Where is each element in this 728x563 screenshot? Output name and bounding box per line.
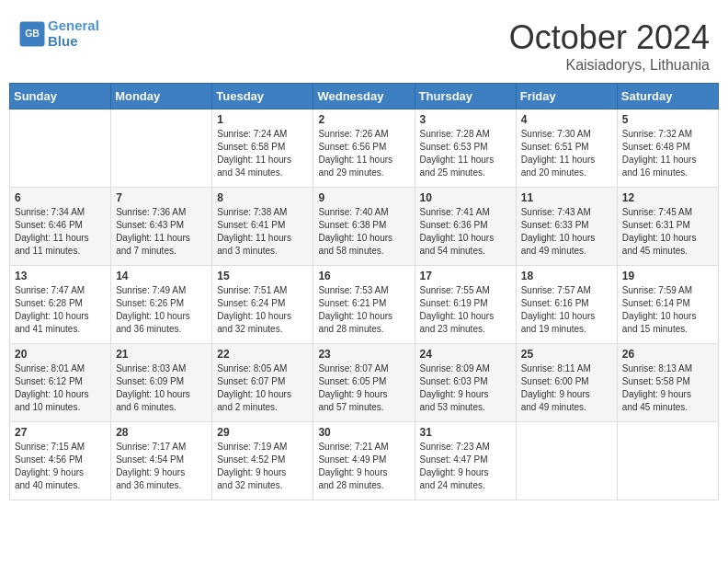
day-number: 13 <box>15 270 106 282</box>
calendar-cell: 18Sunrise: 7:57 AM Sunset: 6:16 PM Dayli… <box>516 266 617 344</box>
calendar-week-row: 1Sunrise: 7:24 AM Sunset: 6:58 PM Daylig… <box>10 109 719 188</box>
day-number: 29 <box>217 426 308 439</box>
day-content: Sunrise: 7:15 AM Sunset: 4:56 PM Dayligh… <box>15 441 106 492</box>
day-number: 2 <box>318 113 409 126</box>
day-content: Sunrise: 7:40 AM Sunset: 6:38 PM Dayligh… <box>318 206 409 258</box>
day-number: 22 <box>217 348 308 361</box>
calendar-cell: 27Sunrise: 7:15 AM Sunset: 4:56 PM Dayli… <box>10 422 111 500</box>
day-content: Sunrise: 7:45 AM Sunset: 6:31 PM Dayligh… <box>622 206 713 258</box>
calendar-cell: 28Sunrise: 7:17 AM Sunset: 4:54 PM Dayli… <box>111 422 212 500</box>
page-header: GB General Blue October 2024 Kaisiadorys… <box>9 9 719 78</box>
calendar-cell: 15Sunrise: 7:51 AM Sunset: 6:24 PM Dayli… <box>212 266 313 344</box>
calendar-cell: 21Sunrise: 8:03 AM Sunset: 6:09 PM Dayli… <box>111 344 212 422</box>
calendar-cell: 29Sunrise: 7:19 AM Sunset: 4:52 PM Dayli… <box>212 422 313 500</box>
day-content: Sunrise: 7:51 AM Sunset: 6:24 PM Dayligh… <box>217 284 308 336</box>
calendar-cell <box>10 109 111 188</box>
day-number: 26 <box>622 348 713 361</box>
calendar-cell: 10Sunrise: 7:41 AM Sunset: 6:36 PM Dayli… <box>415 188 516 266</box>
day-number: 18 <box>521 270 612 282</box>
day-number: 31 <box>420 426 511 439</box>
calendar-cell: 17Sunrise: 7:55 AM Sunset: 6:19 PM Dayli… <box>415 266 516 344</box>
logo: GB General Blue <box>18 18 99 49</box>
day-content: Sunrise: 7:32 AM Sunset: 6:48 PM Dayligh… <box>622 128 713 179</box>
day-number: 12 <box>622 191 713 204</box>
calendar-cell: 26Sunrise: 8:13 AM Sunset: 5:58 PM Dayli… <box>617 344 718 422</box>
title-area: October 2024 Kaisiadorys, Lithuania <box>509 18 710 74</box>
logo-icon: GB <box>18 20 46 48</box>
day-content: Sunrise: 8:13 AM Sunset: 5:58 PM Dayligh… <box>622 362 713 414</box>
day-content: Sunrise: 7:23 AM Sunset: 4:47 PM Dayligh… <box>420 441 511 492</box>
calendar-cell <box>111 109 212 188</box>
calendar-cell <box>516 422 617 500</box>
calendar-cell: 13Sunrise: 7:47 AM Sunset: 6:28 PM Dayli… <box>10 266 111 344</box>
day-content: Sunrise: 8:07 AM Sunset: 6:05 PM Dayligh… <box>318 362 409 414</box>
day-number: 9 <box>318 191 409 204</box>
day-number: 23 <box>318 348 409 361</box>
calendar-cell: 1Sunrise: 7:24 AM Sunset: 6:58 PM Daylig… <box>212 109 313 188</box>
day-number: 16 <box>318 270 409 282</box>
calendar-cell: 14Sunrise: 7:49 AM Sunset: 6:26 PM Dayli… <box>111 266 212 344</box>
day-number: 8 <box>217 191 308 204</box>
day-number: 7 <box>116 191 207 204</box>
day-number: 24 <box>420 348 511 361</box>
day-number: 25 <box>521 348 612 361</box>
calendar-cell: 6Sunrise: 7:34 AM Sunset: 6:46 PM Daylig… <box>10 188 111 266</box>
day-number: 1 <box>217 113 308 126</box>
day-number: 14 <box>116 270 207 282</box>
calendar-cell: 25Sunrise: 8:11 AM Sunset: 6:00 PM Dayli… <box>516 344 617 422</box>
day-content: Sunrise: 7:34 AM Sunset: 6:46 PM Dayligh… <box>15 206 106 258</box>
day-content: Sunrise: 8:09 AM Sunset: 6:03 PM Dayligh… <box>420 362 511 414</box>
calendar-cell: 8Sunrise: 7:38 AM Sunset: 6:41 PM Daylig… <box>212 188 313 266</box>
day-content: Sunrise: 7:47 AM Sunset: 6:28 PM Dayligh… <box>15 284 106 336</box>
day-content: Sunrise: 7:57 AM Sunset: 6:16 PM Dayligh… <box>521 284 612 336</box>
day-number: 30 <box>318 426 409 439</box>
calendar-cell: 24Sunrise: 8:09 AM Sunset: 6:03 PM Dayli… <box>415 344 516 422</box>
day-number: 3 <box>420 113 511 126</box>
calendar-week-row: 27Sunrise: 7:15 AM Sunset: 4:56 PM Dayli… <box>10 422 719 500</box>
calendar-table: SundayMondayTuesdayWednesdayThursdayFrid… <box>9 83 719 500</box>
day-number: 6 <box>15 191 106 204</box>
svg-text:GB: GB <box>25 28 40 39</box>
day-number: 27 <box>15 426 106 439</box>
calendar-cell: 7Sunrise: 7:36 AM Sunset: 6:43 PM Daylig… <box>111 188 212 266</box>
day-content: Sunrise: 7:36 AM Sunset: 6:43 PM Dayligh… <box>116 206 207 258</box>
calendar-week-row: 6Sunrise: 7:34 AM Sunset: 6:46 PM Daylig… <box>10 188 719 266</box>
calendar-cell: 3Sunrise: 7:28 AM Sunset: 6:53 PM Daylig… <box>415 109 516 188</box>
month-title: October 2024 <box>509 18 710 57</box>
day-content: Sunrise: 7:59 AM Sunset: 6:14 PM Dayligh… <box>622 284 713 336</box>
calendar-cell: 19Sunrise: 7:59 AM Sunset: 6:14 PM Dayli… <box>617 266 718 344</box>
column-header-thursday: Thursday <box>415 84 516 109</box>
day-content: Sunrise: 7:53 AM Sunset: 6:21 PM Dayligh… <box>318 284 409 336</box>
calendar-cell: 20Sunrise: 8:01 AM Sunset: 6:12 PM Dayli… <box>10 344 111 422</box>
calendar-cell: 22Sunrise: 8:05 AM Sunset: 6:07 PM Dayli… <box>212 344 313 422</box>
calendar-header-row: SundayMondayTuesdayWednesdayThursdayFrid… <box>10 84 719 109</box>
day-content: Sunrise: 7:28 AM Sunset: 6:53 PM Dayligh… <box>420 128 511 179</box>
day-number: 5 <box>622 113 713 126</box>
day-content: Sunrise: 7:55 AM Sunset: 6:19 PM Dayligh… <box>420 284 511 336</box>
calendar-cell: 11Sunrise: 7:43 AM Sunset: 6:33 PM Dayli… <box>516 188 617 266</box>
day-number: 20 <box>15 348 106 361</box>
calendar-cell: 23Sunrise: 8:07 AM Sunset: 6:05 PM Dayli… <box>313 344 415 422</box>
column-header-sunday: Sunday <box>10 84 111 109</box>
calendar-cell: 4Sunrise: 7:30 AM Sunset: 6:51 PM Daylig… <box>516 109 617 188</box>
day-number: 11 <box>521 191 612 204</box>
day-content: Sunrise: 7:26 AM Sunset: 6:56 PM Dayligh… <box>318 128 409 179</box>
day-number: 28 <box>116 426 207 439</box>
day-number: 15 <box>217 270 308 282</box>
day-content: Sunrise: 7:21 AM Sunset: 4:49 PM Dayligh… <box>318 441 409 492</box>
column-header-wednesday: Wednesday <box>313 84 415 109</box>
day-number: 21 <box>116 348 207 361</box>
column-header-saturday: Saturday <box>617 84 718 109</box>
calendar-week-row: 13Sunrise: 7:47 AM Sunset: 6:28 PM Dayli… <box>10 266 719 344</box>
calendar-week-row: 20Sunrise: 8:01 AM Sunset: 6:12 PM Dayli… <box>10 344 719 422</box>
calendar-cell: 5Sunrise: 7:32 AM Sunset: 6:48 PM Daylig… <box>617 109 718 188</box>
day-content: Sunrise: 8:01 AM Sunset: 6:12 PM Dayligh… <box>15 362 106 414</box>
day-content: Sunrise: 7:41 AM Sunset: 6:36 PM Dayligh… <box>420 206 511 258</box>
calendar-cell: 31Sunrise: 7:23 AM Sunset: 4:47 PM Dayli… <box>415 422 516 500</box>
calendar-cell: 30Sunrise: 7:21 AM Sunset: 4:49 PM Dayli… <box>313 422 415 500</box>
day-content: Sunrise: 7:30 AM Sunset: 6:51 PM Dayligh… <box>521 128 612 179</box>
day-number: 10 <box>420 191 511 204</box>
day-content: Sunrise: 7:38 AM Sunset: 6:41 PM Dayligh… <box>217 206 308 258</box>
day-content: Sunrise: 7:19 AM Sunset: 4:52 PM Dayligh… <box>217 441 308 492</box>
calendar-cell: 12Sunrise: 7:45 AM Sunset: 6:31 PM Dayli… <box>617 188 718 266</box>
